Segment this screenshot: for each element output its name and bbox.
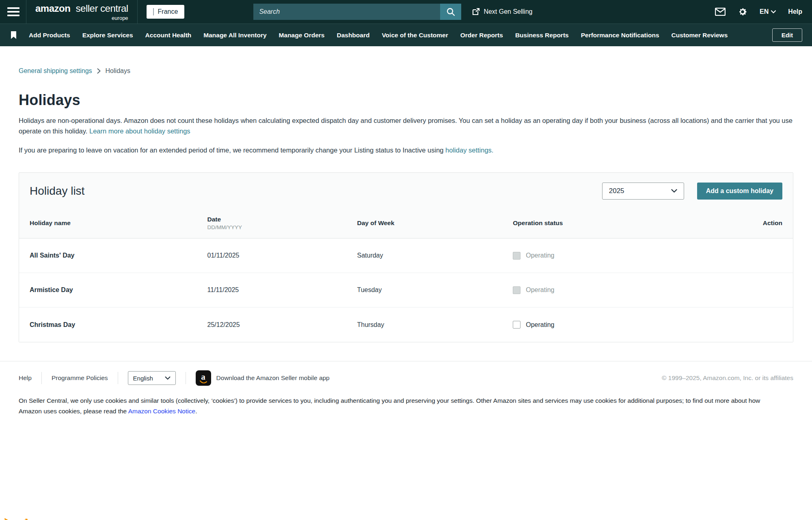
marketplace-switcher[interactable]: France bbox=[147, 5, 185, 19]
operating-label: Operating bbox=[526, 321, 554, 329]
holiday-date: 11/11/2025 bbox=[207, 286, 357, 294]
marketplace-label: France bbox=[158, 8, 178, 15]
footer: Help Programme Policies English a Downlo… bbox=[0, 361, 812, 386]
footer-language-select[interactable]: English bbox=[128, 371, 176, 385]
gear-icon bbox=[738, 7, 747, 17]
learn-more-link[interactable]: Learn more about holiday settings bbox=[89, 127, 190, 135]
logo-region: europe bbox=[35, 15, 128, 21]
copyright-text: © 1999–2025, Amazon.com, Inc. or its aff… bbox=[662, 374, 793, 382]
divider bbox=[137, 0, 138, 24]
vacation-text-body: If you are preparing to leave on vacatio… bbox=[19, 146, 445, 154]
logo-brand: amazon bbox=[35, 3, 70, 14]
search-input[interactable] bbox=[253, 4, 440, 20]
edit-nav-button[interactable]: Edit bbox=[772, 28, 802, 42]
breadcrumb-current: Holidays bbox=[106, 67, 130, 75]
footer-help-link[interactable]: Help bbox=[19, 374, 32, 382]
hamburger-menu-icon[interactable] bbox=[7, 7, 19, 16]
column-operation-status: Operation status bbox=[513, 219, 718, 227]
nav-item-add-products[interactable]: Add Products bbox=[29, 32, 70, 39]
holiday-date: 25/12/2025 bbox=[207, 321, 357, 329]
amazon-cookies-notice-link[interactable]: Amazon Cookies Notice bbox=[128, 408, 195, 415]
divider bbox=[118, 372, 118, 384]
chevron-down-icon bbox=[165, 376, 171, 380]
table-row: All Saints' Day 01/11/2025 Saturday Oper… bbox=[19, 239, 793, 273]
top-header: amazon seller central europe France Next… bbox=[0, 0, 812, 24]
holiday-table: Holiday name Date DD/MM/YYYY Day of Week… bbox=[19, 208, 793, 342]
next-gen-selling-label: Next Gen Selling bbox=[484, 8, 532, 15]
table-header-row: Holiday name Date DD/MM/YYYY Day of Week… bbox=[19, 208, 793, 239]
bookmark-icon bbox=[11, 31, 17, 39]
search-icon bbox=[446, 7, 455, 16]
language-switcher[interactable]: EN bbox=[760, 8, 776, 15]
chevron-down-icon bbox=[671, 189, 677, 193]
operation-status: Operating bbox=[513, 252, 718, 260]
settings-button[interactable] bbox=[738, 7, 747, 17]
download-app-link[interactable]: a Download the Amazon Seller mobile app bbox=[196, 370, 330, 386]
amazon-smile-icon bbox=[2, 518, 31, 520]
holiday-name: Armistice Day bbox=[30, 286, 207, 294]
nav-item-performance-notifications[interactable]: Performance Notifications bbox=[581, 32, 659, 39]
download-app-label: Download the Amazon Seller mobile app bbox=[216, 374, 330, 382]
nav-item-voice-of-the-customer[interactable]: Voice of the Customer bbox=[382, 32, 448, 39]
divider bbox=[186, 372, 186, 384]
holiday-date: 01/11/2025 bbox=[207, 252, 357, 259]
main-navigation: Add Products Explore Services Account He… bbox=[0, 24, 812, 46]
chevron-down-icon bbox=[771, 10, 776, 13]
external-link-icon bbox=[472, 8, 480, 16]
year-select-value: 2025 bbox=[609, 187, 624, 195]
cookie-text-period: . bbox=[195, 408, 197, 415]
column-action: Action bbox=[718, 219, 782, 227]
holiday-settings-link[interactable]: holiday settings. bbox=[445, 146, 493, 154]
amazon-seller-central-logo[interactable]: amazon seller central europe bbox=[26, 3, 137, 21]
nav-item-account-health[interactable]: Account Health bbox=[145, 32, 192, 39]
holiday-day-of-week: Thursday bbox=[357, 321, 513, 329]
cookie-notice-text: On Seller Central, we only use cookies a… bbox=[0, 386, 784, 417]
page-title: Holidays bbox=[19, 92, 793, 109]
holiday-name: Christmas Day bbox=[30, 321, 207, 329]
holiday-day-of-week: Tuesday bbox=[357, 286, 513, 294]
chevron-right-icon bbox=[97, 68, 101, 74]
nav-item-manage-all-inventory[interactable]: Manage All Inventory bbox=[203, 32, 266, 39]
search-button[interactable] bbox=[440, 4, 461, 20]
intro-text: Holidays are non-operational days. Amazo… bbox=[19, 115, 793, 136]
operating-label: Operating bbox=[526, 286, 554, 294]
operating-checkbox bbox=[513, 286, 520, 294]
column-day-of-week: Day of Week bbox=[357, 219, 513, 227]
operating-checkbox bbox=[513, 252, 520, 260]
add-custom-holiday-button[interactable]: Add a custom holiday bbox=[697, 183, 782, 200]
holiday-list-title: Holiday list bbox=[30, 185, 84, 198]
messages-button[interactable] bbox=[715, 8, 726, 16]
operating-checkbox[interactable] bbox=[513, 321, 520, 329]
holiday-day-of-week: Saturday bbox=[357, 252, 513, 259]
help-link[interactable]: Help bbox=[788, 8, 802, 15]
nav-item-dashboard[interactable]: Dashboard bbox=[337, 32, 369, 39]
nav-item-explore-services[interactable]: Explore Services bbox=[82, 32, 133, 39]
nav-item-order-reports[interactable]: Order Reports bbox=[460, 32, 503, 39]
column-date-format: DD/MM/YYYY bbox=[207, 224, 357, 230]
logo-suffix: seller central bbox=[76, 3, 128, 14]
vacation-text: If you are preparing to leave on vacatio… bbox=[19, 145, 793, 155]
footer-programme-policies-link[interactable]: Programme Policies bbox=[52, 374, 108, 382]
next-gen-selling-link[interactable]: Next Gen Selling bbox=[472, 8, 532, 16]
language-label: EN bbox=[760, 8, 769, 15]
holiday-name: All Saints' Day bbox=[30, 252, 207, 259]
mail-icon bbox=[715, 8, 726, 16]
operation-status: Operating bbox=[513, 286, 718, 294]
breadcrumb-general-shipping-settings[interactable]: General shipping settings bbox=[19, 67, 92, 75]
year-select[interactable]: 2025 bbox=[602, 183, 684, 200]
operating-label: Operating bbox=[526, 252, 554, 259]
footer-language-value: English bbox=[133, 375, 153, 382]
nav-item-customer-reviews[interactable]: Customer Reviews bbox=[672, 32, 728, 39]
marketplace-flag-icon bbox=[153, 8, 154, 15]
amazon-seller-app-icon: a bbox=[196, 370, 211, 386]
bookmark-button[interactable] bbox=[11, 31, 17, 39]
table-row: Armistice Day 11/11/2025 Tuesday Operati… bbox=[19, 273, 793, 307]
search-bar bbox=[253, 4, 461, 20]
holiday-list-card: Holiday list 2025 Add a custom holiday H… bbox=[19, 172, 793, 342]
nav-item-business-reports[interactable]: Business Reports bbox=[515, 32, 569, 39]
column-date: Date bbox=[207, 216, 357, 223]
nav-item-manage-orders[interactable]: Manage Orders bbox=[279, 32, 325, 39]
breadcrumb: General shipping settings Holidays bbox=[19, 67, 793, 75]
divider bbox=[41, 372, 42, 384]
column-holiday-name: Holiday name bbox=[30, 219, 207, 227]
